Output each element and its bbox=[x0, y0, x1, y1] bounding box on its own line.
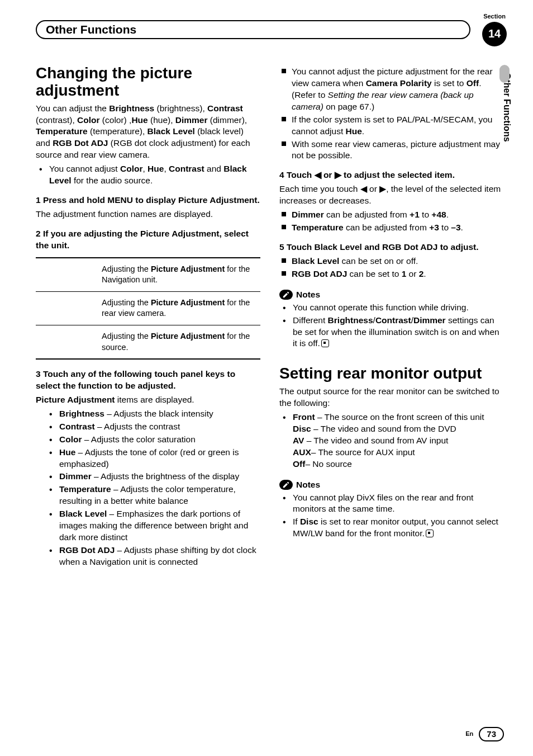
header-bar: Other Functions bbox=[36, 20, 470, 39]
sub-item: AUX– The source for AUX input bbox=[293, 447, 504, 459]
list-item: Front – The source on the front screen o… bbox=[279, 412, 504, 470]
header-title: Other Functions bbox=[46, 22, 136, 37]
list-item: Temperature – Adjusts the color temperat… bbox=[46, 484, 260, 507]
step-4-items: Dimmer can be adjusted from +1 to +48. T… bbox=[279, 209, 504, 234]
list-item: RGB Dot ADJ can be set to 1 or 2. bbox=[279, 268, 504, 280]
table-icon-cell bbox=[36, 291, 98, 325]
list-item: Brightness – Adjusts the black intensity bbox=[46, 408, 260, 420]
list-item: Black Level can be set on or off. bbox=[279, 256, 504, 267]
heading-changing-picture: Changing the picture adjustment bbox=[36, 65, 260, 100]
table-row: Adjusting the Picture Adjustment for the… bbox=[36, 258, 260, 292]
list-item: Dimmer can be adjusted from +1 to +48. bbox=[279, 209, 504, 221]
intro-paragraph: You can adjust the Brightness (brightnes… bbox=[36, 103, 260, 162]
step-5-heading: 5 Touch Black Level and RGB Dot ADJ to a… bbox=[279, 242, 504, 253]
end-mark-icon bbox=[321, 339, 329, 347]
list-item: Dimmer – Adjusts the brightness of the d… bbox=[46, 471, 260, 483]
pencil-icon bbox=[279, 480, 293, 490]
page-footer: En 73 bbox=[465, 727, 504, 741]
notes-heading-2: Notes bbox=[279, 479, 504, 491]
list-item: If the color system is set to PAL/PAL-M/… bbox=[279, 114, 504, 138]
left-column: Changing the picture adjustment You can … bbox=[36, 65, 260, 570]
rear-output-list: Front – The source on the front screen o… bbox=[279, 412, 504, 470]
step-4-text: Each time you touch ◀ or ▶, the level of… bbox=[279, 183, 504, 207]
end-mark-icon bbox=[426, 530, 434, 537]
sub-item: Disc – The video and sound from the DVD bbox=[293, 423, 504, 435]
notes-heading: Notes bbox=[279, 289, 504, 301]
section-number: 14 bbox=[482, 22, 507, 46]
list-item: Temperature can be adjusted from +3 to –… bbox=[279, 222, 504, 234]
sub-item: Off– No source bbox=[293, 459, 504, 470]
list-item: Black Level – Emphasizes the dark portio… bbox=[46, 508, 260, 544]
list-item: You cannot play DivX files on the rear a… bbox=[279, 492, 504, 516]
step-3-heading: 3 Touch any of the following touch panel… bbox=[36, 368, 260, 392]
sub-list: Disc – The video and sound from the DVD … bbox=[293, 423, 504, 470]
footer-lang: En bbox=[465, 730, 473, 738]
notes-label: Notes bbox=[296, 289, 320, 301]
list-item: Hue – Adjusts the tone of color (red or … bbox=[46, 447, 260, 470]
pencil-icon bbox=[279, 290, 293, 300]
table-row: Adjusting the Picture Adjustment for the… bbox=[36, 291, 260, 325]
list-item: You cannot adjust the picture adjustment… bbox=[279, 66, 504, 113]
heading-rear-output: Setting rear monitor output bbox=[279, 365, 504, 382]
right-top-notes: You cannot adjust the picture adjustment… bbox=[279, 66, 504, 162]
table-icon-cell bbox=[36, 325, 98, 359]
list-item: Different Brightness/Contrast/Dimmer set… bbox=[279, 315, 504, 350]
adjustment-table: Adjusting the Picture Adjustment for the… bbox=[36, 257, 260, 360]
content-columns: Changing the picture adjustment You can … bbox=[36, 65, 504, 570]
table-icon-cell bbox=[36, 258, 98, 292]
intro-bullet-list: You cannot adjust Color, Hue, Contrast a… bbox=[36, 163, 260, 187]
adjustment-items-list: Brightness – Adjusts the black intensity… bbox=[36, 408, 260, 568]
step-1-text: The adjustment function names are displa… bbox=[36, 209, 260, 220]
list-item: RGB Dot ADJ – Adjusts phase shifting by … bbox=[46, 545, 260, 568]
table-text-cell: Adjusting the Picture Adjustment for the… bbox=[98, 258, 260, 292]
list-item: Color – Adjusts the color saturation bbox=[46, 434, 260, 446]
step-2-heading: 2 If you are adjusting the Picture Adjus… bbox=[36, 228, 260, 252]
step-1-heading: 1 Press and hold MENU to display Picture… bbox=[36, 195, 260, 206]
page: Section 14 Other Functions Other Functio… bbox=[0, 0, 533, 756]
list-item: With some rear view cameras, picture adj… bbox=[279, 139, 504, 162]
rear-output-intro: The output source for the rear monitor c… bbox=[279, 386, 504, 409]
table-text-cell: Adjusting the Picture Adjustment for the… bbox=[98, 325, 260, 359]
table-text-cell: Adjusting the Picture Adjustment for the… bbox=[98, 291, 260, 325]
notes-label: Notes bbox=[296, 479, 320, 491]
notes-list-1: You cannot operate this function while d… bbox=[279, 302, 504, 350]
list-item: If Disc is set to rear monitor output, y… bbox=[279, 516, 504, 540]
section-badge: Section 14 bbox=[479, 12, 510, 46]
step-5-items: Black Level can be set on or off. RGB Do… bbox=[279, 256, 504, 280]
table-row: Adjusting the Picture Adjustment for the… bbox=[36, 325, 260, 359]
section-label: Section bbox=[479, 12, 510, 21]
sub-item: AV – The video and sound from AV input bbox=[293, 435, 504, 447]
list-item: You cannot operate this function while d… bbox=[279, 302, 504, 314]
page-number: 73 bbox=[479, 727, 504, 741]
step-3-lead: Picture Adjustment items are displayed. bbox=[36, 394, 260, 406]
intro-bullet-item: You cannot adjust Color, Hue, Contrast a… bbox=[36, 163, 260, 187]
list-item: Contrast – Adjusts the contrast bbox=[46, 421, 260, 433]
notes-list-2: You cannot play DivX files on the rear a… bbox=[279, 492, 504, 540]
step-4-heading: 4 Touch ◀ or ▶ to adjust the selected it… bbox=[279, 169, 504, 181]
right-column: You cannot adjust the picture adjustment… bbox=[279, 65, 504, 570]
